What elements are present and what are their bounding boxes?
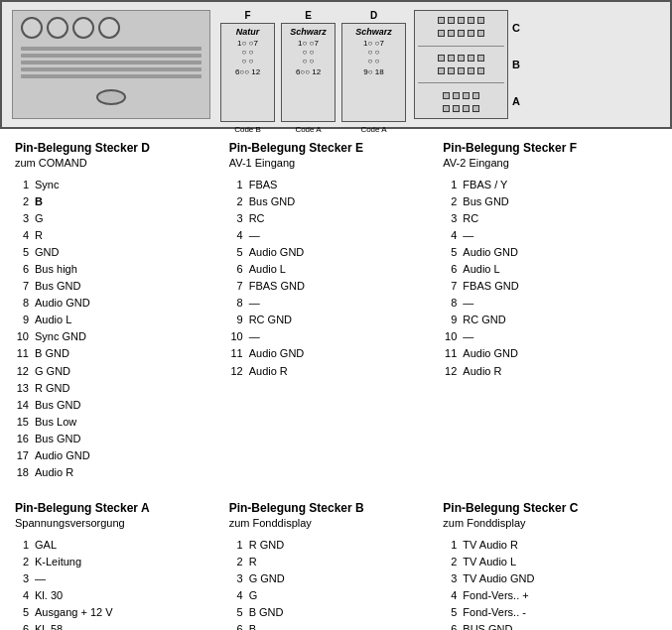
pin-sq <box>458 30 465 37</box>
pin-row-item: 1R GND <box>229 537 434 554</box>
pin-number: 12 <box>443 363 457 380</box>
vent-line <box>21 67 202 71</box>
pin-row-item: 11B GND <box>15 345 219 362</box>
pin-row-item: 4Kl. 30 <box>15 587 219 604</box>
diagram-right-block <box>414 10 508 119</box>
eject-button <box>96 89 126 105</box>
pin-sq <box>468 55 474 62</box>
pin-name: Audio GND <box>35 295 90 312</box>
pin-number: 10 <box>443 328 457 345</box>
pin-number: 2 <box>15 193 29 210</box>
pin-row-item: 3RC <box>229 210 434 227</box>
stecker-a-subtitle: Spannungsversorgung <box>15 517 219 529</box>
pin-sq <box>472 105 479 112</box>
vent-line <box>21 54 202 58</box>
pin-number: 15 <box>15 414 29 431</box>
stecker-d-subtitle: zum COMAND <box>15 157 219 169</box>
pin-number: 16 <box>15 431 29 447</box>
pin-name: Bus GND <box>35 397 80 414</box>
pin-sq <box>438 67 445 74</box>
pin-number: 10 <box>229 328 243 345</box>
tables-row-2: Pin-Belegung Stecker A Spannungsversorgu… <box>15 501 657 630</box>
pin-number: 8 <box>229 295 243 312</box>
pin-number: 2 <box>443 554 457 570</box>
pin-number: 5 <box>443 604 457 621</box>
pin-number: 3 <box>443 570 457 587</box>
pin-row-6 <box>418 105 504 112</box>
pin-number: 9 <box>229 312 243 328</box>
side-labels: C B A <box>512 10 520 119</box>
pin-number: 1 <box>229 537 243 554</box>
block-e-label: E <box>305 10 312 21</box>
connector-circle-4 <box>98 17 120 39</box>
connector-circle-3 <box>72 17 94 39</box>
pin-row-item: 3— <box>15 570 219 587</box>
pin-sq <box>438 55 445 62</box>
pin-name: B GND <box>35 345 69 362</box>
pin-name: Audio R <box>249 363 288 380</box>
pin-name: Sync GND <box>35 328 86 345</box>
stecker-d-title: Pin-Belegung Stecker D <box>15 141 219 155</box>
pin-row-item: 9RC GND <box>229 312 434 328</box>
pin-number: 3 <box>229 210 243 227</box>
pin-number: 1 <box>229 177 243 193</box>
side-label-a: A <box>512 95 520 107</box>
stecker-f-subtitle: AV-2 Eingang <box>443 157 647 169</box>
pin-row-item: 10— <box>229 328 434 345</box>
pin-table-c: Pin-Belegung Stecker C zum Fonddisplay 1… <box>443 501 657 630</box>
pin-row-item: 11Audio GND <box>443 345 647 362</box>
pin-name: Audio GND <box>249 244 305 261</box>
pin-number: 13 <box>15 380 29 397</box>
pin-number: 12 <box>229 363 243 380</box>
pin-number: 18 <box>15 464 29 481</box>
pin-list-b: 1R GND2R3G GND4G5B GND6B7Sync GND8Sync <box>229 537 434 630</box>
pin-row-item: 8— <box>443 295 647 312</box>
stecker-e-title: Pin-Belegung Stecker E <box>229 141 434 155</box>
pin-name: RC <box>249 210 265 227</box>
pin-number: 6 <box>229 621 243 630</box>
pin-name: Bus Low <box>35 414 76 431</box>
pin-row-item: 15Bus Low <box>15 414 219 431</box>
pin-name: Bus GND <box>463 193 508 210</box>
pin-name: G <box>35 210 44 227</box>
pin-row-item: 4G <box>229 587 434 604</box>
pin-tables-container: Pin-Belegung Stecker D zum COMAND 1Sync2… <box>0 129 672 630</box>
pin-row-item: 4— <box>229 227 434 244</box>
pin-name: Audio GND <box>249 345 305 362</box>
pin-sq <box>463 92 470 99</box>
pin-name: FBAS GND <box>249 278 305 295</box>
pin-row-item: 2B <box>15 193 219 210</box>
pin-name: Bus GND <box>249 193 295 210</box>
pin-name: B GND <box>249 604 284 621</box>
pin-row-item: 1FBAS <box>229 177 434 193</box>
pin-name: Kl. 58 <box>35 621 63 630</box>
pin-row-item: 14Bus GND <box>15 397 219 414</box>
pin-number: 9 <box>443 312 457 328</box>
pin-number: 5 <box>229 244 243 261</box>
vent-line <box>21 47 202 51</box>
pin-sq <box>438 30 445 37</box>
diagram-left-unit <box>12 10 210 119</box>
pin-sq <box>438 17 445 24</box>
pin-name: RC GND <box>249 312 292 328</box>
pin-row-item: 6Bus high <box>15 261 219 278</box>
stecker-c-subtitle: zum Fonddisplay <box>443 517 647 529</box>
pin-sq <box>468 67 474 74</box>
pin-row-item: 13R GND <box>15 380 219 397</box>
pin-row-item: 6BUS GND <box>443 621 647 630</box>
pin-list-d: 1Sync2B3G4R5GND6Bus high7Bus GND8Audio G… <box>15 177 219 481</box>
pin-name: B <box>249 621 256 630</box>
pin-sq <box>472 92 479 99</box>
pin-name: BUS GND <box>463 621 512 630</box>
pin-row-3 <box>418 55 504 62</box>
stecker-c-title: Pin-Belegung Stecker C <box>443 501 647 515</box>
pin-list-e: 1FBAS2Bus GND3RC4—5Audio GND6Audio L7FBA… <box>229 177 434 380</box>
pin-row-item: 18Audio R <box>15 464 219 481</box>
pin-row-item: 2TV Audio L <box>443 554 647 570</box>
pin-number: 6 <box>443 621 457 630</box>
pin-name: FBAS GND <box>463 278 518 295</box>
pin-row-item: 3TV Audio GND <box>443 570 647 587</box>
pin-list-f: 1FBAS / Y2Bus GND3RC4—5Audio GND6Audio L… <box>443 177 647 380</box>
pin-row-item: 5Fond-Vers.. - <box>443 604 647 621</box>
pin-table-d: Pin-Belegung Stecker D zum COMAND 1Sync2… <box>15 141 229 481</box>
